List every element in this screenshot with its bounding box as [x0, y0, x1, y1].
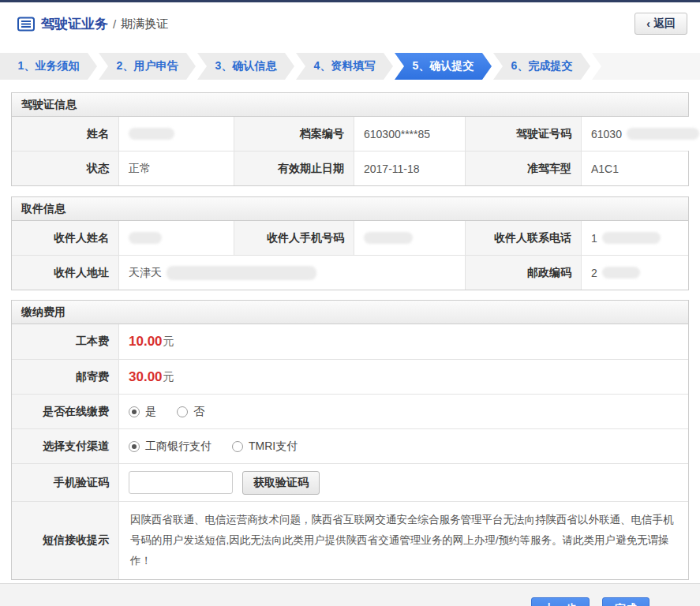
sms-notice-text: 因陕西省联通、电信运营商技术问题，陕西省互联网交通安全综合服务管理平台无法向持陕… [118, 502, 688, 579]
online-payment-option-no[interactable]: 否 [177, 405, 204, 419]
channel-option-icbc[interactable]: 工商银行支付 [129, 440, 211, 454]
sms-code-input[interactable] [129, 471, 233, 494]
back-button-label: 返回 [653, 17, 676, 31]
redacted-value-smudge [129, 128, 174, 140]
sms-notice-row: 短信接收提示 因陕西省联通、电信运营商技术问题，陕西省互联网交通安全综合服务管理… [12, 501, 688, 579]
radio-option-label: 工商银行支付 [145, 440, 211, 454]
field-label-status: 状态 [12, 152, 118, 185]
production-fee-label: 工本费 [12, 324, 118, 359]
previous-step-button[interactable]: 上一步 [531, 597, 590, 606]
production-fee-amount: 10.00 [129, 334, 163, 350]
field-value-file-no: 610300****85 [354, 117, 466, 151]
table-row: 状态 正常 有效期止日期 2017-11-18 准驾车型 A1C1 [12, 151, 688, 185]
field-label-vehicle-class: 准驾车型 [466, 152, 581, 185]
back-button[interactable]: ‹ 返回 [634, 13, 687, 35]
field-label-recipient-phone: 收件人联系电话 [466, 221, 581, 255]
table-row: 收件人姓名 收件人手机号码 收件人联系电话 1 [12, 221, 688, 255]
payment-channel-row: 选择支付渠道 工商银行支付 TMRI支付 [12, 428, 688, 463]
field-value-vehicle-class: A1C1 [581, 152, 688, 185]
mailing-fee-label: 邮寄费 [12, 360, 118, 394]
redacted-value-smudge [602, 232, 661, 244]
sms-notice-label: 短信接收提示 [12, 502, 118, 579]
step-4-fill-data[interactable]: 4、资料填写 [296, 53, 393, 80]
radio-checked-icon[interactable] [129, 441, 140, 452]
online-payment-row: 是否在线缴费 是 否 [12, 394, 688, 428]
sms-code-row: 手机验证码 获取验证码 [12, 463, 688, 501]
field-value-recipient-mobile [354, 221, 466, 255]
step-6-complete-submit[interactable]: 6、完成提交 [493, 53, 590, 80]
field-label-file-no: 档案编号 [234, 117, 354, 151]
back-chevron-icon: ‹ [646, 17, 650, 30]
payment-channel-label: 选择支付渠道 [12, 429, 118, 463]
field-value-recipient-phone: 1 [581, 221, 688, 255]
radio-option-label: 否 [193, 405, 204, 419]
license-info-section: 驾驶证信息 姓名 档案编号 610300****85 驾驶证号码 61030 状… [11, 92, 689, 186]
radio-option-label: 是 [145, 405, 156, 419]
channel-option-tmri[interactable]: TMRI支付 [232, 440, 298, 454]
step-1-business-notice[interactable]: 1、业务须知 [0, 53, 97, 80]
online-payment-label: 是否在线缴费 [12, 395, 118, 428]
radio-option-label: TMRI支付 [249, 440, 298, 454]
mailing-fee-amount: 30.00 [129, 369, 163, 385]
table-row: 收件人地址 天津天 邮政编码 2 [12, 255, 688, 290]
radio-checked-icon[interactable] [129, 406, 140, 417]
finish-button[interactable]: 完成 [602, 597, 649, 606]
field-value-license-no: 61030 [581, 117, 700, 151]
breadcrumb-separator: / [113, 17, 116, 31]
step-5-confirm-submit[interactable]: 5、确认提交 [395, 53, 492, 80]
redacted-value-smudge [602, 267, 640, 279]
field-label-name: 姓名 [12, 117, 118, 151]
step-2-user-declaration[interactable]: 2、用户申告 [99, 53, 196, 80]
redacted-value-smudge [167, 266, 316, 280]
page-header: 驾驶证业务 / 期满换证 ‹ 返回 [0, 2, 700, 45]
online-payment-option-yes[interactable]: 是 [129, 405, 156, 419]
table-row: 姓名 档案编号 610300****85 驾驶证号码 61030 [12, 117, 688, 151]
list-icon [17, 17, 35, 32]
field-value-status: 正常 [118, 152, 234, 185]
step-wizard: 1、业务须知 2、用户申告 3、确认信息 4、资料填写 5、确认提交 6、完成提… [0, 53, 700, 80]
online-payment-options: 是 否 [118, 395, 688, 428]
radio-unchecked-icon[interactable] [177, 406, 188, 417]
mailing-fee-row: 邮寄费 30.00元 [12, 359, 688, 394]
breadcrumb-section[interactable]: 驾驶证业务 [41, 15, 108, 33]
field-value-valid-until: 2017-11-18 [354, 152, 466, 185]
field-label-valid-until: 有效期止日期 [234, 152, 354, 185]
production-fee-unit: 元 [163, 335, 174, 349]
footer-action-bar: 上一步 完成 [0, 583, 700, 606]
production-fee-value: 10.00元 [118, 324, 688, 359]
production-fee-row: 工本费 10.00元 [12, 324, 688, 359]
radio-unchecked-icon[interactable] [232, 441, 243, 452]
pickup-info-title: 取件信息 [12, 197, 688, 221]
redacted-value-smudge [129, 232, 162, 244]
step-bar-filler [592, 53, 700, 80]
field-value-name [118, 117, 234, 151]
license-info-title: 驾驶证信息 [12, 93, 688, 117]
field-value-postal-code: 2 [581, 256, 688, 290]
mailing-fee-unit: 元 [163, 370, 174, 384]
payment-channel-options: 工商银行支付 TMRI支付 [118, 429, 688, 463]
step-3-confirm-info[interactable]: 3、确认信息 [197, 53, 294, 80]
field-label-recipient-mobile: 收件人手机号码 [234, 221, 354, 255]
field-label-recipient-address: 收件人地址 [12, 256, 118, 290]
field-label-license-no: 驾驶证号码 [466, 117, 581, 151]
payment-section: 缴纳费用 工本费 10.00元 邮寄费 30.00元 是否在线缴费 是 否 选择… [11, 300, 689, 580]
field-value-recipient-name [118, 221, 234, 255]
redacted-value-smudge [364, 232, 413, 244]
sms-code-label: 手机验证码 [12, 464, 118, 501]
pickup-info-section: 取件信息 收件人姓名 收件人手机号码 收件人联系电话 1 收件人地址 天津天 邮… [11, 196, 689, 290]
field-label-postal-code: 邮政编码 [466, 256, 581, 290]
mailing-fee-value: 30.00元 [118, 360, 688, 394]
field-label-recipient-name: 收件人姓名 [12, 221, 118, 255]
field-value-recipient-address: 天津天 [118, 256, 466, 290]
breadcrumb-current: 期满换证 [121, 17, 168, 32]
redacted-value-smudge [627, 128, 699, 140]
payment-title: 缴纳费用 [12, 301, 688, 324]
get-sms-code-button[interactable]: 获取验证码 [242, 471, 320, 495]
sms-code-field: 获取验证码 [118, 464, 688, 501]
